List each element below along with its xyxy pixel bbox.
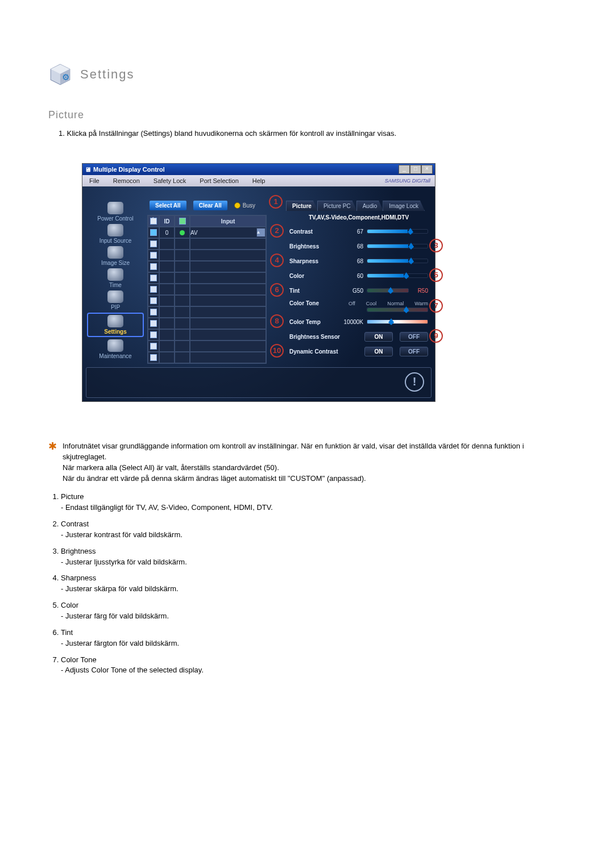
callout-10: 10	[270, 344, 284, 358]
callout-5: 5	[429, 268, 443, 282]
col-check[interactable]: ✓	[148, 215, 159, 227]
col-input: Input	[190, 215, 266, 227]
close-button[interactable]: ×	[421, 165, 433, 174]
brand-label: SAMSUNG DIGITall	[385, 178, 435, 184]
app-icon: 🖥	[85, 166, 91, 173]
row-empty-check[interactable]	[148, 250, 159, 261]
sidebar: Power Control Input Source Image Size Ti…	[86, 201, 145, 364]
color-tone-slider[interactable]	[367, 308, 428, 312]
tint-slider[interactable]	[367, 288, 409, 293]
maintenance-icon	[107, 339, 123, 352]
clear-all-button[interactable]: Clear All	[193, 201, 227, 210]
brightness-sensor-label: Brightness Sensor	[289, 334, 358, 340]
row-empty-check[interactable]	[148, 352, 159, 363]
callout-8: 8	[270, 314, 284, 328]
brightness-slider[interactable]	[367, 244, 428, 248]
titlebar: 🖥 Multiple Display Control _ □ ×	[82, 164, 435, 175]
menu-port-selection[interactable]: Port Selection	[193, 175, 245, 186]
sidebar-item-label: Time	[109, 282, 122, 288]
select-all-button[interactable]: Select All	[150, 201, 186, 210]
menu-file[interactable]: File	[82, 175, 106, 186]
row-empty-check[interactable]	[148, 306, 159, 318]
row-empty-check[interactable]	[148, 318, 159, 329]
ref-color-tone: Color Tone- Adjusts Color Tone of the se…	[61, 655, 566, 676]
info-box: !	[86, 367, 432, 398]
tab-picture-pc[interactable]: Picture PC	[317, 201, 357, 211]
brightness-sensor-on[interactable]: ON	[364, 332, 393, 342]
row-empty-check[interactable]	[148, 272, 159, 284]
tab-image-lock[interactable]: Image Lock	[383, 201, 425, 211]
row-empty-check[interactable]	[148, 261, 159, 272]
busy-indicator: Busy	[234, 202, 255, 209]
row-input: AV▴	[190, 227, 266, 238]
color-label: Color	[289, 273, 338, 279]
maximize-button[interactable]: □	[410, 165, 421, 174]
window-title: Multiple Display Control	[93, 166, 165, 173]
sidebar-item-label: Input Source	[99, 238, 132, 244]
busy-label: Busy	[243, 202, 255, 209]
tint-label: Tint	[289, 288, 338, 294]
row-status	[175, 227, 190, 238]
sidebar-item-label: Settings	[104, 329, 126, 335]
ref-color: Color- Justerar färg för vald bildskärm.	[61, 600, 566, 622]
col-status	[175, 215, 190, 227]
callout-6: 6	[270, 283, 284, 297]
callout-4: 4	[270, 254, 284, 267]
ref-sharpness: Sharpness- Justerar skärpa för vald bild…	[61, 573, 566, 595]
starred-note: Inforutnätet visar grundläggande informa…	[63, 441, 566, 484]
sharpness-value: 68	[338, 258, 367, 264]
tab-audio[interactable]: Audio	[356, 201, 384, 211]
row-empty-check[interactable]	[148, 329, 159, 340]
color-slider[interactable]	[367, 273, 428, 278]
picture-heading: Picture	[48, 109, 566, 121]
scroll-up-icon[interactable]: ▴	[256, 228, 265, 237]
menu-remocon[interactable]: Remocon	[106, 175, 147, 186]
menu-help[interactable]: Help	[246, 175, 272, 186]
sharpness-slider[interactable]	[367, 259, 428, 263]
signal-types: TV,AV,S-Video,Component,HDMI,DTV	[286, 211, 432, 224]
row-empty-check[interactable]	[148, 295, 159, 306]
svg-text:⚙: ⚙	[62, 73, 69, 82]
row-empty-check[interactable]	[148, 238, 159, 250]
color-temp-label: Color Temp	[289, 319, 338, 325]
contrast-value: 67	[338, 229, 367, 235]
dynamic-contrast-on[interactable]: ON	[364, 347, 393, 356]
sidebar-item-label: PIP	[111, 304, 120, 310]
pip-icon	[107, 290, 123, 303]
picture-settings-pane: 1 Picture Picture PC Audio Image Lock TV…	[269, 201, 432, 364]
contrast-slider[interactable]	[367, 229, 428, 234]
sidebar-item-power-control[interactable]: Power Control	[88, 202, 143, 222]
display-list-pane: Select All Clear All Busy ✓ ID Input	[147, 201, 267, 364]
tone-normal: Normal	[387, 301, 404, 306]
sidebar-item-image-size[interactable]: Image Size	[88, 246, 143, 266]
tone-cool: Cool	[366, 301, 377, 306]
tab-picture[interactable]: Picture	[286, 201, 318, 211]
dynamic-contrast-off[interactable]: OFF	[400, 347, 428, 356]
sidebar-item-maintenance[interactable]: Maintenance	[88, 339, 143, 359]
row-empty-check[interactable]	[148, 284, 159, 295]
menu-safety-lock[interactable]: Safety Lock	[147, 175, 193, 186]
brightness-sensor-off[interactable]: OFF	[400, 332, 428, 342]
info-icon: !	[405, 372, 424, 392]
sidebar-item-time[interactable]: Time	[88, 268, 143, 288]
sharpness-label: Sharpness	[289, 258, 338, 264]
settings-icon	[107, 315, 123, 327]
callout-2: 2	[270, 224, 284, 238]
color-temp-slider[interactable]	[367, 319, 428, 324]
row-empty-check[interactable]	[148, 340, 159, 352]
intro-body: Klicka på Inställningar (Settings) bland…	[67, 129, 396, 138]
brightness-value: 68	[338, 243, 367, 250]
callout-7: 7	[429, 299, 443, 313]
minimize-button[interactable]: _	[399, 165, 410, 174]
sidebar-item-label: Maintenance	[99, 353, 131, 359]
sidebar-item-settings[interactable]: Settings	[87, 313, 144, 337]
contrast-label: Contrast	[289, 229, 338, 235]
color-tone-label: Color Tone	[289, 300, 338, 306]
sidebar-item-label: Power Control	[97, 215, 133, 222]
tint-g-value: G50	[338, 288, 367, 294]
intro-num: 1.	[59, 129, 65, 138]
display-grid: ✓ ID Input 0 AV▴	[147, 215, 267, 364]
sidebar-item-pip[interactable]: PIP	[88, 290, 143, 310]
row-check[interactable]	[148, 227, 159, 238]
sidebar-item-input-source[interactable]: Input Source	[88, 224, 143, 244]
